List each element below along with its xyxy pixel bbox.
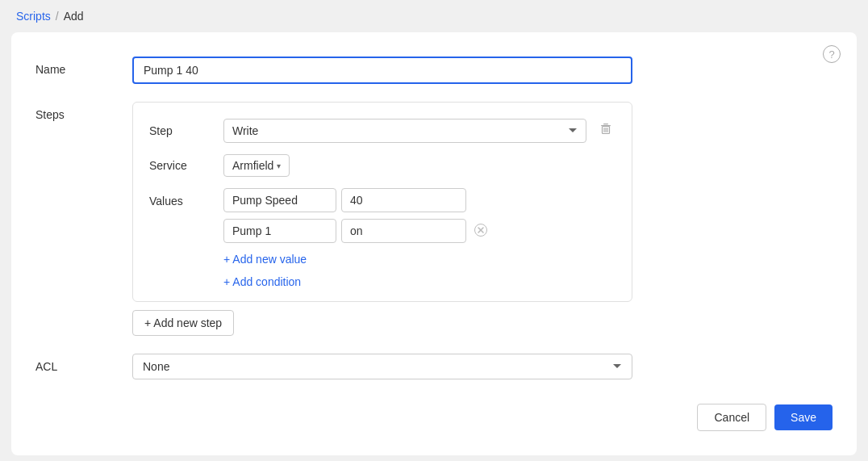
add-new-step-button[interactable]: + Add new step [132, 310, 234, 336]
step-type-label: Step [149, 124, 214, 137]
name-input[interactable] [132, 57, 632, 84]
value-key-1[interactable] [223, 188, 336, 212]
name-label: Name [35, 57, 132, 76]
add-condition-button[interactable]: + Add condition [223, 275, 616, 288]
service-dropdown[interactable]: Armfield ▾ [223, 154, 290, 177]
page-wrapper: Scripts / Add ? Name Steps Step W [0, 0, 868, 461]
steps-row: Steps Step Write Read Wait [35, 102, 833, 336]
main-card: ? Name Steps Step Write Read Wai [11, 32, 857, 455]
footer-row: Cancel Save [35, 404, 833, 431]
save-button[interactable]: Save [774, 404, 833, 430]
breadcrumb-current: Add [64, 10, 84, 23]
service-label: Service [149, 159, 214, 172]
value-pair-2 [223, 219, 616, 243]
value-pair-1 [223, 188, 616, 212]
steps-label: Steps [35, 102, 132, 121]
breadcrumb: Scripts / Add [0, 0, 868, 32]
step-select[interactable]: Write Read Wait [223, 119, 586, 143]
chevron-down-icon: ▾ [277, 161, 281, 170]
values-row: Values [149, 188, 616, 288]
remove-value-2-button[interactable] [471, 224, 490, 239]
name-field-container [132, 57, 833, 84]
acl-field-container: None [132, 354, 833, 379]
acl-label: ACL [35, 354, 132, 373]
value-val-2[interactable] [341, 219, 466, 243]
steps-container: Step Write Read Wait [132, 102, 833, 336]
value-key-2[interactable] [223, 219, 336, 243]
add-new-value-button[interactable]: + Add new value [223, 253, 616, 266]
delete-step-button[interactable] [596, 119, 616, 142]
breadcrumb-separator: / [56, 10, 59, 23]
service-value: Armfield [232, 159, 273, 172]
step-type-row: Step Write Read Wait [149, 119, 616, 143]
value-val-1[interactable] [341, 188, 466, 212]
breadcrumb-parent[interactable]: Scripts [16, 10, 51, 23]
values-label: Values [149, 188, 214, 207]
steps-card: Step Write Read Wait [132, 102, 632, 302]
acl-select[interactable]: None [132, 354, 632, 379]
cancel-button[interactable]: Cancel [697, 404, 766, 431]
values-inputs: + Add new value + Add condition [223, 188, 616, 288]
help-icon[interactable]: ? [823, 45, 841, 63]
service-row: Service Armfield ▾ [149, 154, 616, 177]
acl-row: ACL None [35, 354, 833, 379]
svg-rect-1 [603, 124, 608, 124]
name-row: Name [35, 57, 833, 84]
